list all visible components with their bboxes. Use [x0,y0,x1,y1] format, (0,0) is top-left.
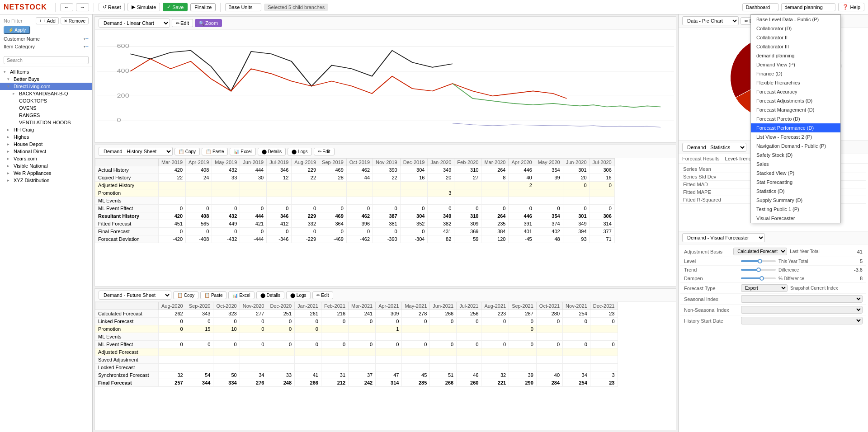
demand-chart-header: Demand - Linear Chart ✏ Edit 🔍 Zoom [95,17,676,30]
sidebar-tree-item-vent[interactable]: VENTILATION HOODS [0,119,92,126]
future-sheet-select[interactable]: Demand - Future Sheet [99,291,171,300]
vf-select[interactable]: Demand - Visual Forecaster [682,233,765,242]
dropdown-item-forecast-accuracy[interactable]: Forecast Accuracy [751,87,840,96]
dropdown-item-collaborator-(d)[interactable]: Collaborator (D) [751,24,840,33]
dropdown-item-base-level-data---public-(p)[interactable]: Base Level Data - Public (P) [751,15,840,24]
simulate-button[interactable]: ▶ Simulate [127,3,160,11]
future-sheet-table-container[interactable]: Aug-2020Sep-2020Oct-2020Nov-2020Dec-2020… [95,302,676,430]
dropdown-item-forecast-management-(d)[interactable]: Forecast Management (D) [751,105,840,114]
vf-dampen-slider[interactable] [741,277,776,279]
sidebar-tree-item-we-r[interactable]: ▸ We R Appliances [0,169,92,177]
sidebar-tree-item-ovens[interactable]: OVENS [0,104,92,112]
future-copy-button[interactable]: 📋 Copy [173,291,198,299]
dropdown-item-finance-(d)[interactable]: Finance (D) [751,69,840,78]
dropdown-item-safety-stock-(d)[interactable]: Safety Stock (D) [751,150,840,160]
add-filter-button[interactable]: + + Add [36,17,59,24]
dashboard-select[interactable]: Dashboard [742,3,778,11]
history-sheet-table-container[interactable]: Mar-2019Apr-2019May-2019Jun-2019Jul-2019… [95,158,676,286]
dropdown-item-forecast-pareto-(d)[interactable]: Forecast Pareto (D) [751,114,840,123]
future-sheet-panel: Demand - Future Sheet 📋 Copy 📋 Paste 📊 E… [94,288,676,430]
table-column-header: May-2020 [535,159,563,166]
dropdown-item-list-view---forecast-2-(p)[interactable]: List View - Forecast 2 (P) [751,132,840,141]
table-column-header: Jun-2021 [430,302,457,310]
vf-level-row: Level This Year Total 5 [680,257,866,266]
vf-level-slider[interactable] [741,260,776,262]
dropdown-item-collaborator-iii[interactable]: Collaborator III [751,42,840,51]
vf-forecast-type-select[interactable]: Expert [741,284,788,292]
dropdown-item-forecast-adjustments-(d)[interactable]: Forecast Adjustments (D) [751,96,840,105]
future-excel-button[interactable]: 📊 Excel [228,291,254,299]
vf-trend-slider[interactable] [741,269,776,271]
dropdown-item-forecast-performance-(d)[interactable]: Forecast Performance (D) [751,123,840,132]
item-category-add[interactable]: + [85,43,89,50]
future-edit-button[interactable]: ✏ Edit [312,291,333,299]
dropdown-item-statistics-(d)[interactable]: Statistics (D) [751,187,840,196]
stats-select[interactable]: Demand - Statistics [682,143,746,152]
sidebar-tree-item-house-depot[interactable]: ▸ House Depot [0,141,92,148]
help-button[interactable]: ❓ Help [838,3,864,11]
sidebar-tree-item-hh-craig[interactable]: ▸ HH Craig [0,126,92,133]
finalize-button[interactable]: Finalize [190,3,216,11]
demand-chart-edit-button[interactable]: ✏ Edit [172,19,193,27]
table-cell: 306 [590,166,614,174]
dropdown-item-testing-public-1-(p)[interactable]: Testing Public 1 (P) [751,205,840,214]
sidebar-tree-item-better-buys[interactable]: ▾ Better Buys [0,75,92,83]
history-logs-button[interactable]: ⬤ Logs [288,148,311,155]
dropdown-item-stat-forecasting[interactable]: Stat Forecasting [751,178,840,187]
planning-select[interactable]: demand planning [781,3,835,11]
sidebar-tree-item-visible-national[interactable]: ▸ Visible National [0,162,92,169]
back-button[interactable]: ← [60,3,73,11]
history-sheet-select[interactable]: Demand - History Sheet [99,147,173,156]
future-paste-button[interactable]: 📋 Paste [200,291,226,299]
sidebar-tree-item-highes[interactable]: ▸ Highes [0,133,92,141]
dropdown-item-navigation-demand---public-(p)[interactable]: Navigation Demand - Public (P) [751,141,840,150]
sidebar-tree-item-ranges[interactable]: RANGES [0,112,92,119]
table-cell [373,189,401,197]
reset-button[interactable]: ↺ Reset [99,3,125,11]
future-details-button[interactable]: ⬤ Details [256,291,284,299]
demand-chart-select[interactable]: Demand - Linear Chart [99,19,170,28]
history-edit-button[interactable]: ✏ Edit [314,148,335,155]
pie-chart-select[interactable]: Data - Pie Chart [682,16,739,25]
dropdown-item-stacked-view-(p)[interactable]: Stacked View (P) [751,169,840,178]
future-logs-button[interactable]: ⬤ Logs [286,291,310,299]
history-copy-button[interactable]: 📋 Copy [175,148,200,155]
sidebar-tree-item-vears[interactable]: ▸ Vears.com [0,155,92,162]
remove-filter-button[interactable]: ✕ Remove [61,17,89,24]
dropdown-item-sales[interactable]: Sales [751,160,840,169]
dropdown-item-demand-planning[interactable]: demand planning [751,51,840,60]
history-paste-button[interactable]: 📋 Paste [202,148,228,155]
sidebar-tree-item-xyz[interactable]: ▸ XYZ Distribution [0,177,92,184]
sidebar-tree-item-directliving[interactable]: ▾ DirectLiving.com [0,83,92,90]
table-row: Fitted Forecast4515654494214123323643963… [95,220,615,228]
base-units-select[interactable]: Base Units [225,3,261,11]
table-cell: 33 [267,371,295,379]
table-cell [509,189,535,197]
search-input[interactable] [4,56,89,64]
vf-history-start-select[interactable] [741,317,863,324]
demand-chart-zoom-button[interactable]: 🔍 Zoom [195,19,222,27]
dropdown-item-supply-summary-(d)[interactable]: Supply Summary (D) [751,196,840,205]
dropdown-item-demand-view-(p)[interactable]: Demand View (P) [751,60,840,69]
sidebar-tree-item-all[interactable]: ▾ All Items [0,68,92,75]
sidebar-tree-item-national-direct[interactable]: ▸ National Direct [0,148,92,155]
vf-non-seasonal-select[interactable] [741,306,863,314]
history-excel-button[interactable]: 📊 Excel [230,148,255,155]
dropdown-item-flexible-hierarchies[interactable]: Flexible Hierarchies [751,78,840,87]
dropdown-item-visual-forecaster[interactable]: Visual Forecaster [751,214,840,223]
vf-adjustment-basis-select[interactable]: Calculated Forecast [733,248,787,255]
customer-name-add[interactable]: + [85,36,89,42]
table-cell: 343 [186,310,213,318]
sidebar-tree-item-cooktops[interactable]: COOKTOPS [0,97,92,104]
table-cell [509,333,537,341]
vf-non-seasonal-row: Non-Seasonal Index [680,305,866,315]
table-cell: 285 [402,379,430,387]
forward-button[interactable]: → [76,3,89,11]
table-cell: 420 [159,212,186,220]
dropdown-item-collaborator-ii[interactable]: Collaborator II [751,33,840,42]
save-button[interactable]: ✓ Save [163,3,188,11]
vf-seasonal-index-select[interactable] [741,295,863,303]
apply-button[interactable]: ⚡ Apply [4,26,30,34]
sidebar-tree-item-bbq[interactable]: ▸ BACKYARD/BAR-B-Q [0,90,92,97]
history-details-button[interactable]: ⬤ Details [258,148,286,155]
